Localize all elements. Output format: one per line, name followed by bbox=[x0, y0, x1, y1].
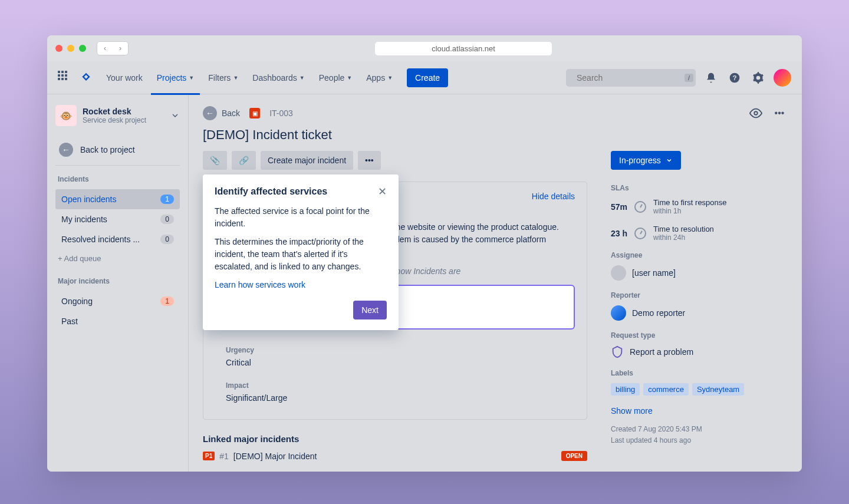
link-button[interactable]: 🔗 bbox=[232, 151, 256, 170]
search-shortcut: / bbox=[685, 74, 693, 82]
reporter-label: Reporter bbox=[611, 291, 788, 299]
count-badge: 0 bbox=[160, 235, 174, 244]
nav-dashboards[interactable]: Dashboards▼ bbox=[246, 69, 310, 87]
app-switcher-icon[interactable] bbox=[58, 71, 72, 85]
arrow-left-icon: ← bbox=[203, 106, 217, 120]
shield-icon bbox=[611, 345, 624, 358]
arrow-left-icon: ← bbox=[59, 143, 73, 157]
user-avatar-icon bbox=[611, 265, 626, 281]
project-type: Service desk project bbox=[83, 116, 164, 124]
create-button[interactable]: Create bbox=[407, 68, 448, 87]
popover-title: Identify affected services bbox=[215, 186, 327, 197]
nav-your-work[interactable]: Your work bbox=[100, 69, 149, 87]
request-type-label: Request type bbox=[611, 331, 788, 340]
slas-label: SLAs bbox=[611, 184, 788, 192]
section-major-title: Major incidents bbox=[55, 268, 180, 291]
nav-projects[interactable]: Projects▼ bbox=[151, 69, 200, 87]
created-text: Created 7 Aug 2020 5:43 PM bbox=[611, 424, 788, 435]
issue-title: [DEMO] Incident ticket bbox=[203, 127, 788, 143]
impact-label: Impact bbox=[226, 381, 564, 390]
assignee-label: Assignee bbox=[611, 251, 788, 259]
status-dropdown[interactable]: In-progress bbox=[611, 151, 681, 170]
window-maximize-button[interactable] bbox=[79, 45, 86, 52]
show-more-link[interactable]: Show more bbox=[611, 406, 788, 416]
page-back-button[interactable]: ← Back bbox=[203, 106, 240, 120]
create-major-incident-button[interactable]: Create major incident bbox=[261, 151, 353, 170]
window-minimize-button[interactable] bbox=[67, 45, 74, 52]
popover-text: This determines the impact/priority of t… bbox=[215, 236, 387, 273]
popover-learn-link[interactable]: Learn how services work bbox=[215, 280, 305, 289]
sla-row: 23 h Time to resolutionwithin 24h bbox=[611, 225, 788, 242]
project-selector[interactable]: 🐵 Rocket desk Service desk project bbox=[55, 105, 180, 132]
app-header: Your work Projects▼ Filters▼ Dashboards▼… bbox=[47, 61, 802, 94]
project-name: Rocket desk bbox=[83, 107, 164, 116]
notifications-icon[interactable] bbox=[703, 70, 719, 86]
project-icon: 🐵 bbox=[55, 105, 77, 126]
reporter-row[interactable]: Demo reporter bbox=[611, 305, 788, 321]
sidebar-item-resolved-incidents[interactable]: Resolved incidents ... 0 bbox=[55, 229, 180, 249]
watch-icon[interactable] bbox=[748, 105, 764, 121]
urgency-value: Critical bbox=[226, 358, 564, 367]
nav-people[interactable]: People▼ bbox=[313, 69, 358, 87]
priority-badge: P1 bbox=[203, 452, 215, 460]
attach-button[interactable]: 📎 bbox=[203, 151, 227, 170]
label-tag[interactable]: commerce bbox=[643, 383, 689, 396]
section-incidents-title: Incidents bbox=[55, 166, 180, 189]
label-tag[interactable]: billing bbox=[611, 383, 640, 396]
chevron-down-icon bbox=[666, 157, 673, 164]
settings-icon[interactable] bbox=[750, 70, 766, 86]
clock-icon bbox=[634, 228, 646, 239]
count-badge: 1 bbox=[160, 195, 174, 204]
sidebar-item-ongoing[interactable]: Ongoing 1 bbox=[55, 291, 180, 311]
caret-icon: ▼ bbox=[189, 75, 194, 81]
browser-chrome: ‹ › cloud.atlassian.net bbox=[47, 35, 802, 61]
issue-sidebar: In-progress SLAs 57m Time to first respo… bbox=[611, 151, 788, 461]
linked-incident-row[interactable]: P1 #1 [DEMO] Major Incident OPEN bbox=[203, 451, 587, 461]
sidebar-item-open-incidents[interactable]: Open incidents 1 bbox=[55, 189, 180, 209]
assignee-row[interactable]: [user name] bbox=[611, 265, 788, 281]
main-content: ← Back ▣ IT-003 ••• [DEMO] Incident tick… bbox=[189, 94, 802, 472]
browser-url[interactable]: cloud.atlassian.net bbox=[375, 42, 552, 55]
help-icon[interactable]: ? bbox=[726, 70, 743, 86]
more-actions-icon[interactable]: ••• bbox=[771, 105, 788, 121]
back-to-project-link[interactable]: ← Back to project bbox=[55, 134, 180, 166]
user-avatar[interactable] bbox=[774, 69, 791, 87]
request-type-row[interactable]: Report a problem bbox=[611, 345, 788, 358]
svg-point-4 bbox=[754, 111, 758, 115]
linked-name: [DEMO] Major Incident bbox=[233, 452, 317, 461]
search-box[interactable]: / bbox=[566, 69, 696, 87]
linked-incidents-title: Linked major incidents bbox=[203, 434, 587, 444]
popover-close-button[interactable]: ✕ bbox=[378, 185, 387, 198]
hide-details-link[interactable]: Hide details bbox=[532, 192, 575, 201]
issue-type-icon: ▣ bbox=[249, 108, 260, 118]
sidebar-item-past[interactable]: Past bbox=[55, 311, 180, 331]
label-tag[interactable]: Sydneyteam bbox=[692, 383, 744, 396]
search-input[interactable] bbox=[577, 73, 680, 83]
jira-logo-icon[interactable] bbox=[80, 72, 92, 84]
urgency-label: Urgency bbox=[226, 346, 564, 354]
chevron-down-icon bbox=[170, 111, 180, 120]
svg-text:?: ? bbox=[732, 74, 736, 81]
status-badge: OPEN bbox=[561, 451, 587, 461]
sidebar-item-my-incidents[interactable]: My incidents 0 bbox=[55, 209, 180, 229]
count-badge: 1 bbox=[160, 297, 174, 306]
browser-back-button[interactable]: ‹ bbox=[97, 42, 113, 55]
clock-icon bbox=[634, 201, 646, 213]
labels-label: Labels bbox=[611, 369, 788, 377]
linked-number: #1 bbox=[219, 452, 229, 461]
onboarding-popover: Identify affected services ✕ The affecte… bbox=[203, 174, 399, 330]
add-queue-button[interactable]: + Add queue bbox=[55, 249, 180, 268]
count-badge: 0 bbox=[160, 215, 174, 224]
popover-next-button[interactable]: Next bbox=[353, 301, 387, 319]
issue-key[interactable]: IT-003 bbox=[269, 108, 293, 118]
popover-text: The affected service is a focal point fo… bbox=[215, 205, 387, 230]
more-issue-actions-button[interactable]: ••• bbox=[358, 151, 381, 170]
window-close-button[interactable] bbox=[55, 45, 62, 52]
updated-text: Last updated 4 hours ago bbox=[611, 435, 788, 446]
sla-row: 57m Time to first responsewithin 1h bbox=[611, 198, 788, 215]
nav-filters[interactable]: Filters▼ bbox=[202, 69, 244, 87]
browser-forward-button[interactable]: › bbox=[113, 42, 128, 55]
user-avatar-icon bbox=[611, 305, 626, 321]
nav-apps[interactable]: Apps▼ bbox=[360, 69, 399, 87]
impact-value: Significant/Large bbox=[226, 393, 564, 403]
